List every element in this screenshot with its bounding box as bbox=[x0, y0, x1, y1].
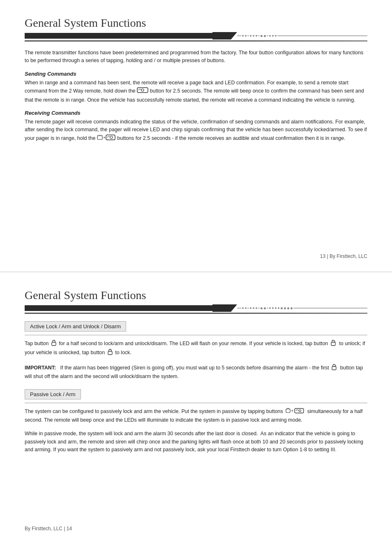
page1-header: General System Functions bbox=[25, 16, 367, 42]
page1-company: By Firsttech, LLC bbox=[330, 253, 367, 259]
remote-start-icon bbox=[137, 87, 148, 96]
page1-page-num: 13 bbox=[320, 253, 325, 259]
dot-group-6 bbox=[249, 307, 258, 309]
page2-company: By Firsttech, LLC bbox=[25, 526, 62, 531]
svg-rect-11 bbox=[108, 351, 112, 355]
lock-icon-svg4: ↑ bbox=[331, 364, 338, 370]
dot bbox=[269, 307, 271, 309]
dot bbox=[287, 307, 289, 309]
dot-group-1 bbox=[241, 35, 247, 37]
dot-group-7 bbox=[260, 307, 267, 309]
banner-line2 bbox=[25, 313, 367, 314]
svg-point-17 bbox=[299, 410, 301, 412]
dot bbox=[242, 35, 244, 37]
banner-dots-right bbox=[237, 33, 367, 39]
lock-icon-svg2: ↑ bbox=[330, 339, 337, 346]
dot bbox=[264, 35, 266, 37]
svg-rect-12 bbox=[332, 367, 336, 370]
banner-dark-left2 bbox=[25, 305, 213, 311]
svg-text:+: + bbox=[291, 408, 293, 413]
banner-dots-right2 bbox=[237, 305, 367, 311]
page2-banner bbox=[25, 304, 367, 312]
important-label: IMPORTANT: bbox=[25, 365, 56, 371]
lock-icon-inline4: ↑ bbox=[331, 364, 338, 373]
svg-point-2 bbox=[141, 89, 144, 91]
passive-lock-label: Passive Lock / Arm bbox=[25, 389, 81, 399]
svg-marker-0 bbox=[212, 32, 237, 39]
active-lock-section: Active Lock / Arm and Unlock / Disarm Ta… bbox=[25, 321, 367, 381]
dot bbox=[275, 35, 277, 37]
banner-diagonal bbox=[212, 32, 237, 39]
page2-page-num: 14 bbox=[67, 526, 72, 531]
dot bbox=[281, 307, 283, 309]
page1-intro: The remote transmitter functions have be… bbox=[25, 49, 367, 65]
dot bbox=[284, 307, 286, 309]
dot-group-2 bbox=[249, 35, 258, 37]
receiving-commands-text: The remote pager will receive commands i… bbox=[25, 118, 367, 143]
dot bbox=[261, 35, 263, 37]
dot bbox=[272, 35, 274, 37]
dot-group-8 bbox=[268, 307, 293, 309]
page1-banner bbox=[25, 32, 367, 39]
dot bbox=[256, 307, 257, 309]
page-2: General System Functions bbox=[0, 272, 392, 543]
lock-icon-svg3 bbox=[107, 348, 113, 355]
page2-footer-left: By Firsttech, LLC | 14 bbox=[25, 526, 72, 531]
dot bbox=[256, 35, 257, 37]
dot-group-3 bbox=[260, 35, 267, 37]
page1-title: General System Functions bbox=[25, 16, 367, 30]
page1-footer: 13 | By Firsttech, LLC bbox=[320, 253, 367, 259]
dot bbox=[261, 307, 263, 309]
dot-group-4 bbox=[268, 35, 277, 37]
page2-header: General System Functions bbox=[25, 289, 367, 314]
dot bbox=[253, 35, 254, 37]
active-lock-para1: Tap button for a half second to lock/arm… bbox=[25, 339, 367, 358]
lock-remote-icon-svg: + bbox=[97, 134, 116, 141]
passive-lock-para2: While in passive mode, the system will l… bbox=[25, 430, 367, 454]
passive-lock-para1: The system can be configured to passivel… bbox=[25, 407, 367, 425]
lock-icon-inline3 bbox=[107, 348, 113, 357]
receiving-commands-heading: Receiving Commands bbox=[25, 110, 367, 116]
dot bbox=[264, 307, 266, 309]
svg-marker-7 bbox=[212, 304, 237, 312]
dot bbox=[242, 307, 244, 309]
lock-icon-inline bbox=[51, 339, 57, 348]
lock-icon-svg bbox=[51, 339, 57, 346]
active-lock-label: Active Lock / Arm and Unlock / Disarm bbox=[25, 321, 126, 332]
passive-icon-svg: + bbox=[286, 407, 304, 414]
sending-commands-text: When in range and a command has been sen… bbox=[25, 79, 367, 104]
dot bbox=[291, 307, 293, 309]
banner-line bbox=[25, 40, 367, 42]
dot bbox=[250, 307, 251, 309]
svg-point-6 bbox=[110, 136, 113, 139]
dot bbox=[245, 35, 247, 37]
dot bbox=[275, 307, 277, 309]
page-1: General System Functions bbox=[0, 0, 392, 272]
passive-lock-rule bbox=[25, 403, 367, 403]
lock-icon-inline2: ↑ bbox=[330, 339, 337, 348]
active-lock-rule bbox=[25, 335, 367, 335]
svg-rect-8 bbox=[52, 342, 56, 346]
sending-commands-heading: Sending Commands bbox=[25, 71, 367, 77]
svg-text:↑: ↑ bbox=[335, 340, 337, 343]
passive-lock-icon: + bbox=[286, 407, 304, 416]
remote-icon-svg bbox=[137, 87, 148, 93]
lock-plus-remote-icon: + bbox=[97, 134, 116, 143]
page2-title: General System Functions bbox=[25, 289, 367, 302]
svg-rect-1 bbox=[137, 88, 148, 93]
svg-rect-3 bbox=[97, 135, 102, 139]
passive-lock-section: Passive Lock / Arm The system can be con… bbox=[25, 389, 367, 454]
dot bbox=[278, 307, 279, 309]
active-lock-para2: IMPORTANT: If the alarm has been trigger… bbox=[25, 364, 367, 381]
svg-text:↑: ↑ bbox=[335, 364, 337, 367]
banner-diagonal2 bbox=[212, 304, 237, 312]
dot bbox=[253, 307, 254, 309]
dot bbox=[250, 35, 251, 37]
dot bbox=[272, 307, 274, 309]
dot bbox=[269, 35, 271, 37]
svg-text:+: + bbox=[103, 135, 106, 140]
dot bbox=[245, 307, 247, 309]
dot-group-5 bbox=[241, 307, 247, 309]
banner-dark-left bbox=[25, 33, 213, 39]
